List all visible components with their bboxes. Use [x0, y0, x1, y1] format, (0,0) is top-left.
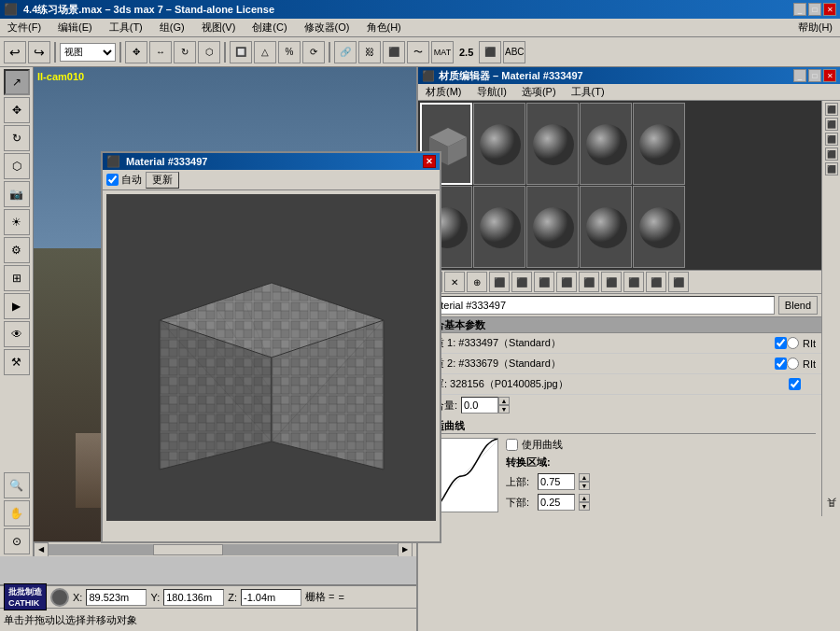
medit-right-btn-3[interactable]: ⬛ — [825, 133, 838, 146]
toolbar-material[interactable]: MAT — [431, 41, 454, 63]
mat2-radio-interactive[interactable] — [787, 358, 799, 370]
auto-checkbox[interactable] — [106, 174, 119, 186]
blend-type-button[interactable]: Blend — [778, 296, 818, 315]
medit-delete[interactable]: ⬛ — [601, 272, 622, 292]
medit-menu-nav[interactable]: 导航(I) — [473, 83, 511, 101]
tool-modifier[interactable]: ⚙ — [4, 237, 30, 263]
x-input[interactable] — [86, 589, 147, 606]
tool-hierarchy[interactable]: ⊞ — [4, 265, 30, 291]
use-curve-checkbox[interactable] — [506, 439, 518, 451]
medit-menu-material[interactable]: 材质(M) — [422, 83, 466, 101]
menu-edit[interactable]: 编辑(E) — [54, 19, 96, 36]
toolbar-spinner-snap[interactable]: ⟳ — [302, 41, 325, 63]
sample-3[interactable] — [580, 103, 632, 185]
toolbar-undo[interactable]: ↩ — [4, 41, 26, 63]
tool-rotate[interactable]: ↻ — [4, 125, 30, 151]
lower-spin-down[interactable]: ▼ — [579, 502, 590, 511]
mix-spin-down[interactable]: ▼ — [498, 405, 510, 414]
toolbar-move[interactable]: ↔ — [149, 41, 172, 63]
menu-tools[interactable]: 工具(T) — [105, 19, 147, 36]
sample-8[interactable] — [580, 186, 632, 268]
medit-right-btn-2[interactable]: ⬛ — [825, 118, 838, 131]
medit-right-btn-1[interactable]: ⬛ — [825, 103, 838, 116]
close-button[interactable]: ✕ — [823, 3, 836, 16]
mix-amount-input[interactable] — [461, 397, 498, 414]
sample-6[interactable] — [473, 186, 525, 268]
tool-select[interactable]: ↗ — [4, 69, 30, 95]
upper-spin-up[interactable]: ▲ — [579, 473, 590, 482]
medit-select[interactable]: ⬛ — [579, 272, 599, 292]
tool-orbit[interactable]: ⊙ — [4, 528, 30, 554]
tool-camera[interactable]: 📷 — [4, 181, 30, 207]
menu-file[interactable]: 文件(F) — [4, 19, 45, 36]
upper-input[interactable] — [538, 473, 575, 490]
menu-create[interactable]: 创建(C) — [248, 19, 290, 36]
medit-copy[interactable]: ⬛ — [511, 272, 532, 292]
medit-right-btn-4[interactable]: ⬛ — [825, 147, 838, 161]
toolbar-space-warp[interactable]: 〜 — [407, 41, 429, 63]
toolbar-snap[interactable]: 🔲 — [230, 41, 252, 63]
tool-utilities[interactable]: ⚒ — [4, 349, 30, 375]
menu-view[interactable]: 视图(V) — [198, 19, 240, 36]
mix-spin-up[interactable]: ▲ — [498, 397, 510, 405]
medit-menu-options[interactable]: 选项(P) — [518, 83, 560, 101]
mat2-checkbox[interactable] — [775, 358, 787, 370]
toolbar-scale[interactable]: ⬡ — [198, 41, 220, 63]
upper-spin-down[interactable]: ▼ — [579, 482, 590, 490]
medit-maximize[interactable]: □ — [808, 69, 821, 82]
menu-modifier[interactable]: 修改器(O) — [301, 19, 354, 36]
scroll-right[interactable]: ▶ — [398, 542, 413, 557]
sample-2[interactable] — [526, 103, 579, 185]
scroll-thumb[interactable] — [153, 544, 223, 555]
medit-minimize[interactable]: _ — [793, 69, 806, 82]
tool-display[interactable]: 👁 — [4, 321, 30, 347]
toolbar-link[interactable]: 🔗 — [334, 41, 357, 63]
tool-zoom[interactable]: 🔍 — [4, 472, 30, 498]
viewport-scrollbar[interactable]: ◀ ▶ 50 / 150 — [34, 541, 454, 556]
tool-motion[interactable]: ▶ — [4, 293, 30, 319]
material-name-input[interactable] — [422, 296, 775, 315]
snap-toggle[interactable] — [50, 588, 69, 607]
view-dropdown[interactable]: 视图 — [60, 43, 116, 62]
menu-character[interactable]: 角色(H) — [363, 19, 405, 36]
lower-input[interactable] — [538, 494, 575, 511]
tool-scale[interactable]: ⬡ — [4, 153, 30, 179]
medit-menu-tools[interactable]: 工具(T) — [567, 83, 609, 101]
medit-right-btn-5[interactable]: ⬛ — [825, 162, 838, 175]
y-input[interactable] — [163, 589, 224, 606]
menu-help[interactable]: 帮助(H) — [794, 19, 836, 36]
medit-put-to-library[interactable]: ⬛ — [556, 272, 577, 292]
medit-show-bg[interactable]: ⬛ — [646, 272, 666, 292]
mat1-checkbox[interactable] — [775, 337, 787, 349]
medit-unique[interactable]: ⬛ — [534, 272, 554, 292]
update-button[interactable]: 更新 — [146, 172, 179, 189]
menu-group[interactable]: 组(G) — [156, 19, 189, 36]
toolbar-select[interactable]: ✥ — [125, 41, 147, 63]
tool-light[interactable]: ☀ — [4, 209, 30, 235]
toolbar-angle-snap[interactable]: △ — [254, 41, 276, 63]
toolbar-rotate[interactable]: ↻ — [174, 41, 196, 63]
maximize-button[interactable]: □ — [808, 3, 821, 16]
toolbar-unlink[interactable]: ⛓ — [358, 41, 381, 63]
lower-spin-up[interactable]: ▲ — [579, 494, 590, 502]
scroll-left[interactable]: ◀ — [34, 542, 49, 557]
toolbar-percent-snap[interactable]: % — [278, 41, 301, 63]
minimize-button[interactable]: _ — [793, 3, 806, 16]
tool-pan[interactable]: ✋ — [4, 500, 30, 526]
dialog-close-button[interactable]: ✕ — [423, 155, 436, 168]
sample-7[interactable] — [526, 186, 579, 268]
medit-reset[interactable]: ⬛ — [489, 272, 510, 292]
sample-4[interactable] — [633, 103, 685, 185]
sample-9[interactable] — [633, 186, 685, 268]
medit-backlight[interactable]: ⬛ — [668, 272, 689, 292]
toolbar-redo[interactable]: ↪ — [28, 41, 50, 63]
mask-checkbox[interactable] — [789, 378, 801, 390]
medit-close[interactable]: ✕ — [823, 69, 836, 82]
medit-put-to-scene[interactable]: ✕ — [444, 272, 465, 292]
auto-checkbox-label[interactable]: 自动 — [106, 173, 142, 187]
toolbar-render2[interactable]: ABC — [503, 41, 525, 63]
mat1-radio-interactive[interactable] — [787, 337, 799, 349]
toolbar-bind[interactable]: ⬛ — [383, 41, 405, 63]
sample-1[interactable] — [473, 103, 525, 185]
z-input[interactable] — [241, 589, 301, 606]
